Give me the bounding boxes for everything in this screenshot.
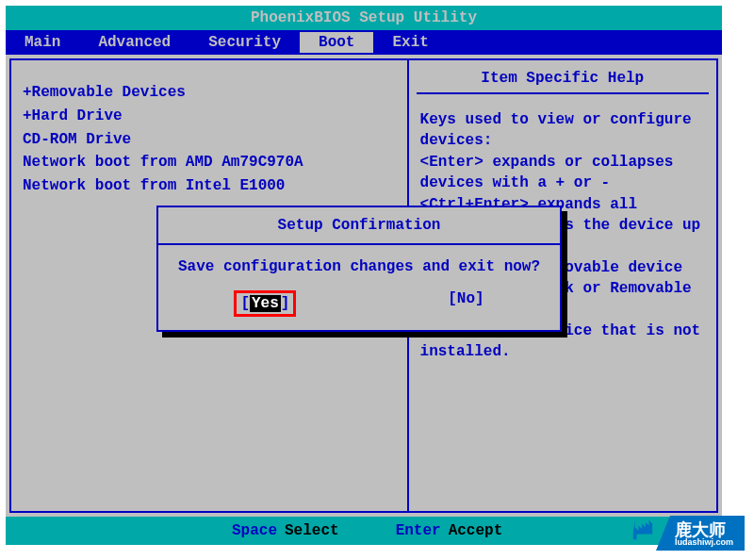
footer-key-enter: Enter [396,522,441,539]
dialog-no-button[interactable]: [No] [448,290,484,317]
menu-main[interactable]: Main [6,32,79,53]
menu-exit[interactable]: Exit [373,32,447,53]
menu-security[interactable]: Security [189,32,300,53]
boot-item-removable[interactable]: +Removable Devices [19,81,400,105]
dialog-yes-button[interactable]: [Yes] [234,290,296,317]
help-title: Item Specific Help [417,64,709,94]
dialog-title: Setup Confirmation [158,207,560,245]
deer-icon [630,519,656,541]
dialog-message: Save configuration changes and exit now? [158,245,560,285]
menu-advanced[interactable]: Advanced [79,32,189,53]
footer-key-space: Space [232,522,277,539]
boot-item-network-amd[interactable]: Network boot from AMD Am79C970A [19,151,400,174]
bios-title: PhoenixBIOS Setup Utility [251,9,477,26]
menu-boot[interactable]: Boot [300,32,373,53]
boot-item-harddrive[interactable]: +Hard Drive [19,105,400,128]
title-bar: PhoenixBIOS Setup Utility [6,6,722,30]
watermark-url: ludashiwj.com [675,538,733,547]
menu-bar: Main Advanced Security Boot Exit [6,30,722,55]
confirmation-dialog: Setup Confirmation Save configuration ch… [156,206,562,332]
boot-item-cdrom[interactable]: CD-ROM Drive [19,128,400,152]
watermark: 鹿大师 ludashiwj.com [630,516,745,551]
boot-item-network-intel[interactable]: Network boot from Intel E1000 [19,174,400,198]
footer-action-accept: Accept [449,522,503,539]
watermark-brand: 鹿大师 [675,521,733,538]
footer-action-select: Select [285,522,339,539]
footer-bar: Space Select Enter Accept [6,517,722,545]
